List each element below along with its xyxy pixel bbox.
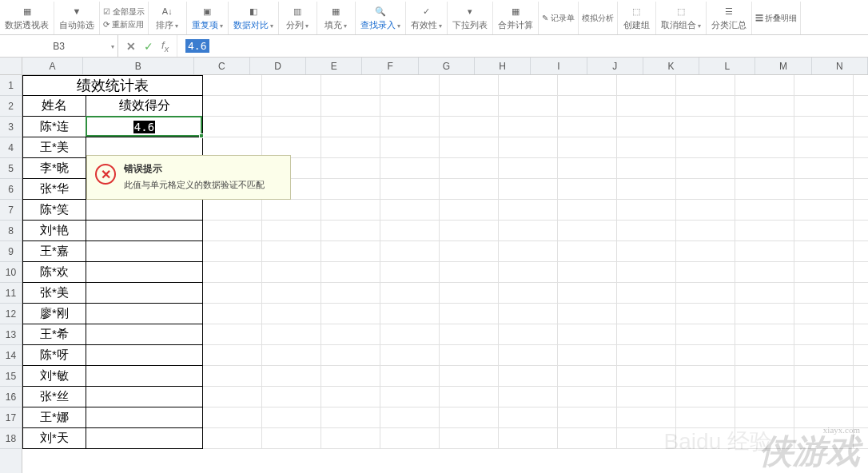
cell-C18[interactable]: [203, 428, 262, 449]
cell-J14[interactable]: [617, 345, 676, 366]
cell-B15[interactable]: [86, 366, 203, 387]
col-header-I[interactable]: I: [531, 58, 587, 74]
cell-K17[interactable]: [676, 407, 735, 428]
cell-I12[interactable]: [558, 304, 617, 324]
cell-J13[interactable]: [617, 324, 676, 345]
cell-A4[interactable]: 王*美: [22, 137, 86, 158]
cell-D8[interactable]: [262, 221, 321, 241]
cell-M6[interactable]: [794, 179, 854, 200]
cell-H14[interactable]: [499, 345, 558, 366]
cell-E1[interactable]: [321, 75, 380, 96]
col-header-C[interactable]: C: [194, 58, 250, 74]
cell-M15[interactable]: [794, 366, 854, 387]
cell-C7[interactable]: [203, 200, 262, 221]
cell-F14[interactable]: [380, 345, 440, 366]
cell-F2[interactable]: [380, 96, 440, 117]
cell-B17[interactable]: [86, 407, 203, 428]
cell-I16[interactable]: [558, 387, 617, 407]
cell-E10[interactable]: [321, 262, 380, 283]
cell-G8[interactable]: [440, 221, 499, 241]
ribbon-split[interactable]: ▥分列▾: [279, 2, 317, 34]
cell-G16[interactable]: [440, 387, 499, 407]
cell-D10[interactable]: [262, 262, 321, 283]
cell-I9[interactable]: [558, 241, 617, 262]
cell-D2[interactable]: [262, 96, 321, 117]
cell-B3[interactable]: 4.6: [86, 117, 203, 137]
cell-G10[interactable]: [440, 262, 499, 283]
cell-F4[interactable]: [380, 137, 440, 158]
cell-A13[interactable]: 王*希: [22, 324, 86, 345]
cell-F5[interactable]: [380, 158, 440, 179]
cell-N7[interactable]: [854, 200, 868, 221]
cell-M14[interactable]: [794, 345, 854, 366]
cell-N14[interactable]: [854, 345, 868, 366]
cell-E8[interactable]: [321, 221, 380, 241]
cell-A1[interactable]: 绩效统计表: [22, 75, 203, 96]
cell-N16[interactable]: [854, 387, 868, 407]
row-header-5[interactable]: 5: [0, 158, 22, 179]
cell-L18[interactable]: [735, 428, 794, 449]
cell-L3[interactable]: [735, 117, 794, 137]
col-header-E[interactable]: E: [306, 58, 362, 74]
cell-J10[interactable]: [617, 262, 676, 283]
cell-A7[interactable]: 陈*笑: [22, 200, 86, 221]
cell-E17[interactable]: [321, 407, 380, 428]
cell-I1[interactable]: [558, 75, 617, 96]
cell-L17[interactable]: [735, 407, 794, 428]
cell-E5[interactable]: [321, 158, 380, 179]
cell-G15[interactable]: [440, 366, 499, 387]
cell-M4[interactable]: [794, 137, 854, 158]
cell-C12[interactable]: [203, 304, 262, 324]
cell-N9[interactable]: [854, 241, 868, 262]
cell-F6[interactable]: [380, 179, 440, 200]
cell-B12[interactable]: [86, 304, 203, 324]
cell-C10[interactable]: [203, 262, 262, 283]
cell-G6[interactable]: [440, 179, 499, 200]
cell-J16[interactable]: [617, 387, 676, 407]
cell-N10[interactable]: [854, 262, 868, 283]
cell-K3[interactable]: [676, 117, 735, 137]
select-all-corner[interactable]: [0, 58, 22, 75]
cell-F15[interactable]: [380, 366, 440, 387]
cell-C3[interactable]: [203, 117, 262, 137]
row-header-6[interactable]: 6: [0, 179, 22, 200]
row-header-10[interactable]: 10: [0, 262, 22, 283]
cell-H18[interactable]: [499, 428, 558, 449]
cell-C1[interactable]: [203, 75, 262, 96]
row-header-11[interactable]: 11: [0, 283, 22, 304]
cell-J2[interactable]: [617, 96, 676, 117]
cancel-edit-button[interactable]: ✕: [126, 40, 136, 53]
cell-A18[interactable]: 刘*天: [22, 428, 86, 449]
cell-K10[interactable]: [676, 262, 735, 283]
ribbon-consolidate[interactable]: ▦合并计算: [493, 2, 539, 34]
cell-B11[interactable]: [86, 283, 203, 304]
cell-D7[interactable]: [262, 200, 321, 221]
cell-J18[interactable]: [617, 428, 676, 449]
cell-K14[interactable]: [676, 345, 735, 366]
cell-C11[interactable]: [203, 283, 262, 304]
cell-H9[interactable]: [499, 241, 558, 262]
cell-N5[interactable]: [854, 158, 868, 179]
row-header-4[interactable]: 4: [0, 137, 22, 158]
cell-J4[interactable]: [617, 137, 676, 158]
cell-E18[interactable]: [321, 428, 380, 449]
cell-F10[interactable]: [380, 262, 440, 283]
col-header-L[interactable]: L: [699, 58, 755, 74]
cell-G13[interactable]: [440, 324, 499, 345]
col-header-N[interactable]: N: [812, 58, 868, 74]
cell-F18[interactable]: [380, 428, 440, 449]
cell-F12[interactable]: [380, 304, 440, 324]
cell-M13[interactable]: [794, 324, 854, 345]
cell-J11[interactable]: [617, 283, 676, 304]
cell-H16[interactable]: [499, 387, 558, 407]
cell-B16[interactable]: [86, 387, 203, 407]
cell-H8[interactable]: [499, 221, 558, 241]
col-header-G[interactable]: G: [419, 58, 475, 74]
col-header-M[interactable]: M: [755, 58, 811, 74]
cell-B13[interactable]: [86, 324, 203, 345]
cell-H11[interactable]: [499, 283, 558, 304]
cell-I17[interactable]: [558, 407, 617, 428]
cell-H17[interactable]: [499, 407, 558, 428]
row-header-15[interactable]: 15: [0, 366, 22, 387]
cell-I5[interactable]: [558, 158, 617, 179]
